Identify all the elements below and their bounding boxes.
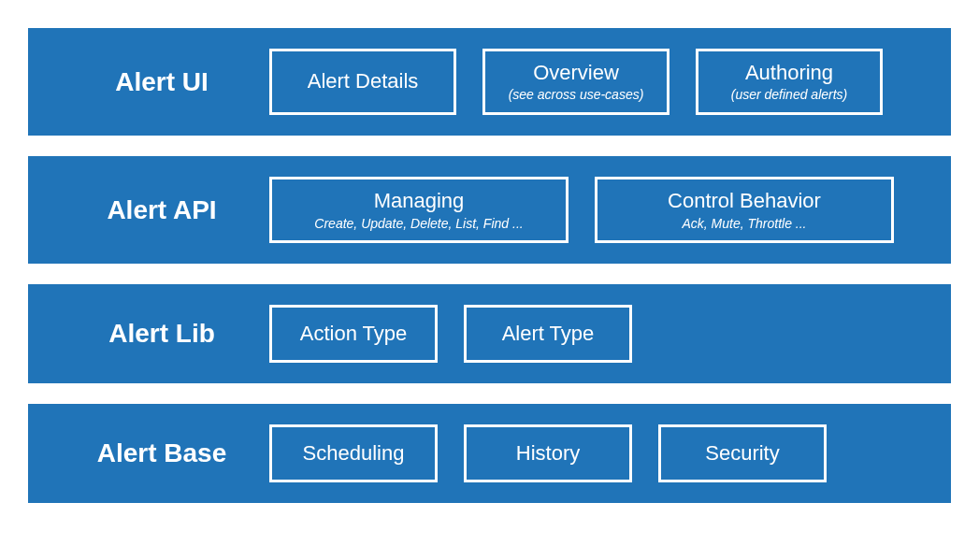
box-history: History [464, 424, 632, 482]
layer-boxes: Scheduling History Security [269, 424, 925, 482]
box-subtitle: Create, Update, Delete, List, Find ... [314, 216, 523, 232]
box-title: Alert Details [308, 69, 419, 93]
box-title: Authoring [745, 61, 833, 85]
box-subtitle: (see across use-cases) [509, 87, 644, 103]
box-subtitle: (user defined alerts) [731, 87, 848, 103]
layer-title: Alert UI [54, 67, 269, 97]
layer-alert-api: Alert API Managing Create, Update, Delet… [28, 156, 951, 264]
layer-alert-lib: Alert Lib Action Type Alert Type [28, 284, 951, 383]
box-title: Security [705, 441, 779, 466]
box-subtitle: Ack, Mute, Throttle ... [682, 216, 806, 232]
box-title: Alert Type [502, 322, 595, 346]
layer-title: Alert API [54, 195, 269, 225]
box-title: History [516, 441, 580, 466]
box-action-type: Action Type [269, 305, 438, 363]
layer-boxes: Alert Details Overview (see across use-c… [269, 49, 925, 115]
box-managing: Managing Create, Update, Delete, List, F… [269, 177, 569, 243]
layer-boxes: Managing Create, Update, Delete, List, F… [269, 177, 925, 243]
box-overview: Overview (see across use-cases) [482, 49, 669, 115]
box-security: Security [658, 424, 827, 482]
layer-boxes: Action Type Alert Type [269, 305, 925, 363]
layer-title: Alert Lib [54, 319, 269, 349]
box-title: Scheduling [303, 441, 405, 466]
layer-title: Alert Base [54, 438, 269, 468]
box-title: Control Behavior [668, 189, 821, 213]
layer-alert-ui: Alert UI Alert Details Overview (see acr… [28, 28, 951, 136]
box-alert-details: Alert Details [269, 49, 456, 115]
layer-alert-base: Alert Base Scheduling History Security [28, 404, 951, 503]
box-alert-type: Alert Type [464, 305, 632, 363]
box-control-behavior: Control Behavior Ack, Mute, Throttle ... [595, 177, 894, 243]
box-title: Action Type [300, 322, 408, 346]
box-title: Managing [374, 189, 465, 213]
box-scheduling: Scheduling [269, 424, 438, 482]
box-authoring: Authoring (user defined alerts) [696, 49, 883, 115]
box-title: Overview [533, 61, 619, 85]
